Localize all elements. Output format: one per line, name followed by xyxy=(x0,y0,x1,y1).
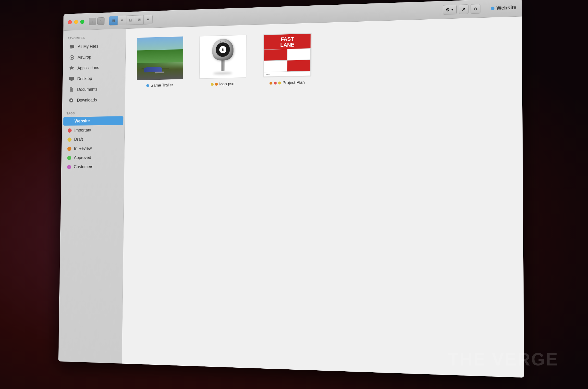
customers-tag-dot xyxy=(67,165,71,169)
title-dot xyxy=(491,6,494,10)
fastlane-grid xyxy=(264,48,311,72)
sidebar-item-customers[interactable]: Customers xyxy=(62,162,123,171)
svg-rect-6 xyxy=(69,77,74,80)
sidebar-item-airdrop[interactable]: AirDrop xyxy=(64,51,124,63)
svg-rect-9 xyxy=(71,89,72,90)
icon-psd-status-dot-1 xyxy=(211,83,214,86)
file-item-project-plan[interactable]: FASTLANE THE xyxy=(261,32,314,86)
game-trailer-thumbnail xyxy=(137,36,183,80)
nav-buttons: ‹ › xyxy=(89,17,104,25)
all-my-files-icon xyxy=(69,44,75,50)
svg-rect-10 xyxy=(71,90,72,91)
game-thumb-visual xyxy=(137,36,183,80)
sidebar-item-downloads[interactable]: Downloads xyxy=(63,94,123,106)
svg-rect-8 xyxy=(70,81,73,81)
coverflow-view-icon: ⊠ xyxy=(138,17,141,22)
traffic-lights xyxy=(68,20,84,24)
finder-window: ‹ › ⊞ ≡ ⊟ ⊠ ▼ ⚙ ▼ xyxy=(58,0,524,378)
sidebar-item-in-review[interactable]: In Review xyxy=(63,144,123,153)
project-plan-thumbnail: FASTLANE THE xyxy=(263,32,312,77)
file-area: Game Trailer 8 xyxy=(122,16,524,378)
svg-rect-2 xyxy=(70,47,74,48)
desktop-icon xyxy=(68,76,75,82)
downloads-icon xyxy=(68,97,74,104)
downloads-label: Downloads xyxy=(77,97,97,103)
file-item-icon-psd[interactable]: 8 12 34 xyxy=(197,34,249,87)
icon-psd-name-row: Icon.psd xyxy=(211,81,235,87)
coverflow-view-button[interactable]: ⊠ xyxy=(135,15,144,25)
sidebar-item-applications[interactable]: Applications xyxy=(64,62,124,73)
svg-rect-3 xyxy=(70,49,73,49)
approved-tag-label: Approved xyxy=(74,155,91,160)
sidebar-item-desktop[interactable]: Desktop xyxy=(64,72,124,84)
desktop-label: Desktop xyxy=(77,76,92,81)
minimize-button[interactable] xyxy=(74,20,78,24)
svg-rect-7 xyxy=(71,80,72,81)
applications-label: Applications xyxy=(77,65,99,71)
sidebar-item-all-my-files[interactable]: All My Files xyxy=(64,40,124,52)
project-plan-status-dot-2 xyxy=(274,82,277,85)
list-view-icon: ≡ xyxy=(121,18,123,22)
share-button[interactable]: ↗ xyxy=(459,4,469,14)
window-title: Website xyxy=(491,5,516,11)
airdrop-icon xyxy=(69,54,75,61)
game-trailer-name-row: Game Trailer xyxy=(146,83,173,88)
maximize-button[interactable] xyxy=(80,20,85,24)
project-plan-status-dot-3 xyxy=(278,81,281,84)
in-review-tag-dot xyxy=(67,147,72,151)
list-view-button[interactable]: ≡ xyxy=(118,16,126,25)
sidebar-item-important[interactable]: Important xyxy=(63,126,123,135)
file-item-game-trailer[interactable]: Game Trailer xyxy=(135,36,186,88)
column-view-button[interactable]: ⊟ xyxy=(126,15,135,25)
toolbar-action-buttons: ⚙ ▼ ↗ ⊙ xyxy=(443,4,480,15)
customers-tag-label: Customers xyxy=(74,164,93,169)
sidebar-item-website[interactable]: Website xyxy=(63,116,123,126)
window-title-text: Website xyxy=(496,5,516,11)
column-view-icon: ⊟ xyxy=(129,18,132,23)
icon-psd-label: Icon.psd xyxy=(219,81,235,87)
fastlane-visual: FASTLANE THE xyxy=(264,33,311,77)
draft-tag-dot xyxy=(67,137,72,141)
applications-icon xyxy=(69,65,75,72)
project-plan-name-row: Project Plan xyxy=(269,80,305,86)
svg-rect-0 xyxy=(70,45,74,46)
tags-section-label: TAGS xyxy=(62,109,125,117)
svg-point-5 xyxy=(71,57,73,59)
action-button[interactable]: ⚙ ▼ xyxy=(443,5,457,14)
main-content: FAVORITES All My Files xyxy=(58,16,524,378)
sidebar: FAVORITES All My Files xyxy=(58,29,126,363)
grid-cell-2 xyxy=(287,48,310,60)
draft-tag-label: Draft xyxy=(74,137,83,142)
grid-cell-1 xyxy=(264,49,287,61)
game-trailer-status-dot xyxy=(146,84,149,87)
grid-view-icon: ⊞ xyxy=(112,18,115,23)
verge-watermark: THE VERGE xyxy=(448,349,559,369)
back-button[interactable]: ‹ xyxy=(89,17,96,25)
view-options-button[interactable]: ▼ xyxy=(144,15,152,24)
airdrop-label: AirDrop xyxy=(78,55,91,60)
share-icon: ↗ xyxy=(462,6,466,12)
svg-rect-11 xyxy=(70,91,72,91)
icon-view-button[interactable]: ⊞ xyxy=(109,16,118,25)
project-plan-status-dot-1 xyxy=(269,82,272,85)
game-trailer-label: Game Trailer xyxy=(150,83,173,88)
view-button-group: ⊞ ≡ ⊟ ⊠ ▼ xyxy=(109,15,153,26)
sidebar-item-draft[interactable]: Draft xyxy=(63,134,123,144)
toggle-icon: ⊙ xyxy=(474,6,477,11)
important-tag-dot xyxy=(68,128,72,132)
forward-button[interactable]: › xyxy=(97,17,105,25)
sidebar-item-documents[interactable]: Documents xyxy=(64,84,124,95)
gear-shift-visual: 8 12 34 xyxy=(200,35,246,78)
grid-cell-3 xyxy=(264,60,287,72)
documents-label: Documents xyxy=(77,87,97,92)
grid-cell-4 xyxy=(287,60,310,72)
icon-psd-thumbnail: 8 12 34 xyxy=(199,34,247,79)
fastlane-title: FASTLANE xyxy=(264,34,310,50)
in-review-tag-label: In Review xyxy=(74,146,92,151)
sidebar-toggle-button[interactable]: ⊙ xyxy=(470,4,480,14)
all-my-files-label: All My Files xyxy=(78,44,98,49)
action-dropdown-icon: ▼ xyxy=(451,8,454,11)
documents-icon xyxy=(68,86,74,93)
sidebar-item-approved[interactable]: Approved xyxy=(63,153,123,162)
close-button[interactable] xyxy=(68,20,72,24)
